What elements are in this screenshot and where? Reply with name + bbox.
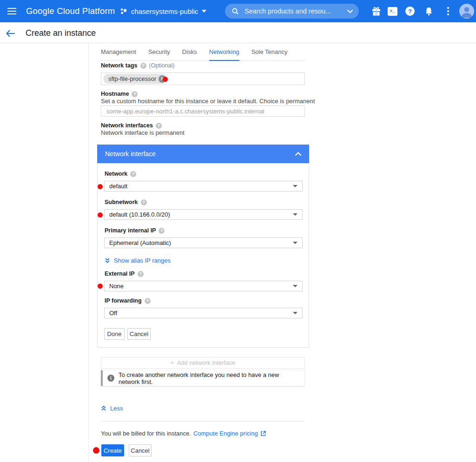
tab-networking[interactable]: Networking — [209, 48, 239, 61]
primary-internal-ip-label: Primary internal IP — [105, 227, 156, 234]
network-tag-chip: sftp-file-processor ✕ — [103, 74, 167, 84]
network-tags-optional: (Optional) — [149, 62, 175, 69]
notifications-bell-icon[interactable] — [423, 0, 435, 22]
done-button[interactable]: Done — [104, 328, 125, 340]
search-icon — [231, 7, 239, 15]
double-chevron-down-icon — [105, 257, 110, 264]
hostname-description: Set a custom hostname for this instance … — [101, 98, 315, 105]
primary-internal-ip-help-icon[interactable]: ? — [159, 228, 165, 234]
search-chevron-down-icon[interactable] — [347, 9, 353, 13]
annotation-dot-create — [93, 447, 99, 454]
less-label: Less — [110, 405, 123, 412]
select-caret-icon — [293, 213, 298, 216]
tab-bar: Management Security Disks Networking Sol… — [101, 48, 305, 61]
subnetwork-label-row: Subnetwork ? — [105, 199, 147, 205]
select-caret-icon — [293, 285, 298, 287]
chevron-down-icon — [202, 10, 206, 13]
billing-text: You will be billed for this instance. — [101, 430, 191, 437]
project-icon — [120, 7, 127, 15]
ip-forwarding-label: IP forwarding — [105, 297, 142, 304]
brand-title: Google Cloud Platform — [26, 0, 115, 22]
info-message-text: To create another network interface you … — [119, 371, 300, 385]
network-interface-card-header[interactable]: Network interface — [97, 145, 309, 163]
gcp-create-instance-page: Google Cloud Platform chasersystems-publ… — [0, 0, 476, 462]
tab-sole-tenancy[interactable]: Sole Tenancy — [251, 48, 288, 60]
external-ip-help-icon[interactable]: ? — [138, 271, 144, 277]
page-title: Create an instance — [26, 28, 96, 38]
project-name: chasersystems-public — [131, 7, 198, 15]
network-interface-card-body: Network ? default Subnetwork ? default (… — [97, 163, 309, 348]
annotation-dot-network — [98, 184, 103, 189]
search-bar[interactable] — [225, 4, 359, 19]
subnetwork-select[interactable]: default (10.166.0.0/20) — [104, 209, 303, 220]
less-link[interactable]: Less — [101, 405, 123, 412]
network-interfaces-description: Network interface is permanent — [101, 129, 185, 136]
external-ip-label-row: External IP ? — [105, 271, 144, 277]
search-input[interactable] — [244, 7, 347, 15]
network-interfaces-label: Network interfaces — [101, 122, 153, 129]
subnetwork-help-icon[interactable]: ? — [141, 199, 147, 205]
select-caret-icon — [293, 242, 298, 244]
create-button[interactable]: Create — [101, 444, 124, 456]
annotation-dot-network-tags — [163, 77, 168, 82]
annotation-dot-external-ip — [98, 284, 103, 289]
tab-management[interactable]: Management — [101, 48, 136, 60]
project-selector[interactable]: chasersystems-public — [120, 0, 206, 22]
help-icon[interactable]: ? — [404, 0, 416, 22]
network-interfaces-help-icon[interactable]: ? — [156, 123, 162, 129]
plus-icon: + — [171, 359, 174, 366]
add-network-interface-button[interactable]: + Add network interface — [101, 357, 305, 369]
hostname-input[interactable] — [101, 106, 305, 117]
primary-internal-ip-select[interactable]: Ephemeral (Automatic) — [104, 238, 303, 248]
info-icon: i — [107, 375, 114, 382]
network-label: Network — [105, 171, 127, 177]
primary-internal-ip-label-row: Primary internal IP ? — [105, 227, 165, 234]
network-tags-label-row: Network tags ? (Optional) — [101, 62, 174, 69]
hamburger-menu-icon[interactable] — [7, 7, 18, 16]
external-ip-value: None — [109, 283, 124, 290]
compute-engine-pricing-link[interactable]: Compute Engine pricing — [193, 430, 258, 437]
interface-cancel-button[interactable]: Cancel — [127, 328, 151, 340]
annotation-dot-subnetwork — [98, 212, 103, 218]
info-message-box: i To create another network interface yo… — [101, 370, 305, 386]
cloud-shell-icon[interactable]: >_ — [386, 0, 398, 22]
network-select[interactable]: default — [104, 181, 303, 191]
overflow-menu-icon[interactable] — [443, 0, 453, 22]
hostname-label: Hostname — [101, 91, 129, 97]
card-title: Network interface — [105, 150, 156, 158]
network-tags-help-icon[interactable]: ? — [140, 63, 146, 69]
subnetwork-label: Subnetwork — [105, 199, 138, 205]
network-label-row: Network ? — [105, 171, 136, 177]
ip-forwarding-help-icon[interactable]: ? — [145, 298, 151, 304]
external-ip-label: External IP — [105, 271, 135, 277]
cancel-button[interactable]: Cancel — [129, 444, 152, 456]
external-link-icon[interactable] — [260, 430, 266, 436]
network-tags-label: Network tags — [101, 62, 138, 69]
network-help-icon[interactable]: ? — [130, 171, 136, 177]
sidebar-divider — [88, 43, 89, 462]
select-caret-icon — [293, 185, 298, 187]
chip-label: sftp-file-processor — [108, 75, 156, 82]
avatar[interactable] — [459, 0, 475, 22]
select-caret-icon — [293, 312, 298, 314]
add-network-interface-label: Add network interface — [177, 359, 235, 366]
hostname-label-row: Hostname ? — [101, 91, 138, 97]
tab-security[interactable]: Security — [148, 48, 170, 60]
tab-disks[interactable]: Disks — [182, 48, 197, 60]
billing-note: You will be billed for this instance. Co… — [101, 430, 266, 437]
network-tags-input[interactable]: sftp-file-processor ✕ — [101, 73, 305, 85]
gift-icon[interactable] — [370, 0, 382, 22]
hostname-help-icon[interactable]: ? — [132, 91, 138, 97]
back-arrow-icon[interactable] — [5, 27, 17, 40]
external-ip-select[interactable]: None — [104, 281, 303, 291]
ip-forwarding-label-row: IP forwarding ? — [105, 297, 151, 304]
network-interface-card: Network interface Network ? default Subn… — [97, 145, 309, 348]
show-alias-ip-ranges-link[interactable]: Show alias IP ranges — [105, 257, 171, 264]
primary-internal-ip-value: Ephemeral (Automatic) — [109, 239, 171, 246]
ip-forwarding-value: Off — [109, 310, 117, 317]
footer-divider — [101, 421, 305, 422]
show-alias-ip-ranges-label: Show alias IP ranges — [114, 257, 171, 264]
collapse-chevron-up-icon[interactable] — [295, 152, 302, 156]
network-interfaces-label-row: Network interfaces ? — [101, 122, 162, 129]
ip-forwarding-select[interactable]: Off — [104, 308, 303, 318]
